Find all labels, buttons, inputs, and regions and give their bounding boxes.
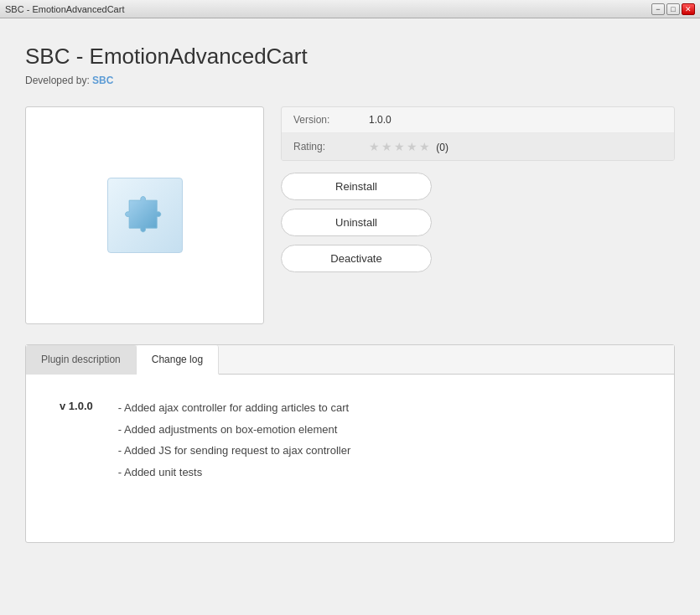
puzzle-icon — [122, 193, 168, 239]
version-label: Version: — [293, 114, 369, 126]
changelog-item: - Added JS for sending request to ajax c… — [118, 442, 351, 459]
changelog-item: - Added ajax controller for adding artic… — [118, 400, 351, 416]
tab-change-log[interactable]: Change log — [137, 345, 219, 375]
minimize-button[interactable]: − — [651, 3, 665, 15]
stars: ★ ★ ★ ★ ★ — [369, 140, 430, 153]
changelog-item: - Added unit tests — [118, 464, 351, 481]
tabs-header: Plugin description Change log — [26, 345, 674, 375]
tabs-container: Plugin description Change log v 1.0.0 - … — [25, 344, 675, 543]
rating-row: Rating: ★ ★ ★ ★ ★ (0) — [282, 133, 674, 160]
plugin-icon-container — [107, 178, 183, 253]
tab-content-changelog: v 1.0.0 - Added ajax controller for addi… — [26, 375, 674, 542]
version-block: v 1.0.0 - Added ajax controller for addi… — [60, 400, 640, 485]
changelog-list: - Added ajax controller for adding artic… — [118, 400, 351, 485]
deactivate-button[interactable]: Deactivate — [281, 245, 432, 272]
version-row: Version: 1.0.0 — [282, 107, 674, 133]
restore-button[interactable]: □ — [666, 3, 680, 15]
version-value: 1.0.0 — [369, 114, 391, 126]
star-3: ★ — [394, 140, 405, 153]
developed-by: Developed by: SBC — [25, 75, 675, 86]
uninstall-button[interactable]: Uninstall — [281, 209, 432, 236]
plugin-details: Version: 1.0.0 Rating: ★ ★ ★ ★ ★ (0) — [281, 106, 675, 324]
star-5: ★ — [419, 140, 430, 153]
plugin-image-box — [25, 106, 264, 324]
title-bar: SBC - EmotionAdvancedCart − □ ✕ — [0, 0, 700, 18]
rating-value: ★ ★ ★ ★ ★ (0) — [369, 140, 449, 153]
close-button[interactable]: ✕ — [682, 3, 695, 15]
title-bar-text: SBC - EmotionAdvancedCart — [5, 4, 124, 14]
star-1: ★ — [369, 140, 380, 153]
plugin-meta: Version: 1.0.0 Rating: ★ ★ ★ ★ ★ (0) — [281, 106, 675, 161]
title-bar-controls: − □ ✕ — [651, 3, 695, 15]
rating-label: Rating: — [293, 141, 369, 152]
page-title: SBC - EmotionAdvancedCart — [25, 44, 675, 70]
developer-link[interactable]: SBC — [92, 75, 113, 86]
plugin-info: Version: 1.0.0 Rating: ★ ★ ★ ★ ★ (0) — [25, 106, 675, 324]
tab-plugin-description[interactable]: Plugin description — [26, 345, 137, 375]
star-2: ★ — [381, 140, 392, 153]
main-content: SBC - EmotionAdvancedCart Developed by: … — [0, 18, 700, 615]
changelog-item: - Added adjustments on box-emotion eleme… — [118, 421, 351, 438]
reinstall-button[interactable]: Reinstall — [281, 173, 432, 200]
star-4: ★ — [407, 140, 417, 153]
rating-count: (0) — [436, 142, 449, 153]
changelog-version: v 1.0.0 — [60, 400, 93, 485]
